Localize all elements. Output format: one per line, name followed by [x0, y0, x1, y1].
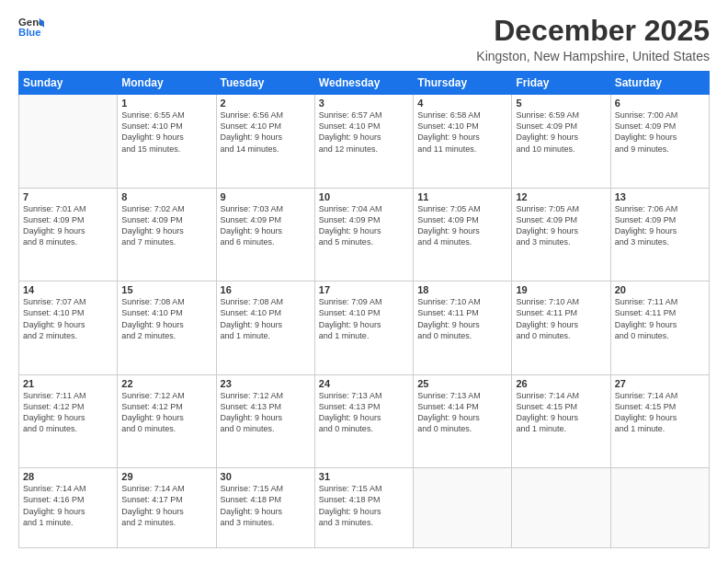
- day-info: Sunrise: 7:14 AMSunset: 4:16 PMDaylight:…: [23, 483, 113, 528]
- table-row: 2Sunrise: 6:56 AMSunset: 4:10 PMDaylight…: [216, 95, 314, 189]
- header-wednesday: Wednesday: [314, 72, 413, 95]
- table-row: 31Sunrise: 7:15 AMSunset: 4:18 PMDayligh…: [314, 468, 413, 548]
- day-info: Sunrise: 6:57 AMSunset: 4:10 PMDaylight:…: [319, 109, 409, 155]
- header: General Blue December 2025 Kingston, New…: [18, 15, 710, 63]
- table-row: 17Sunrise: 7:09 AMSunset: 4:10 PMDayligh…: [314, 282, 413, 375]
- table-row: 3Sunrise: 6:57 AMSunset: 4:10 PMDaylight…: [314, 95, 413, 189]
- day-info: Sunrise: 7:05 AMSunset: 4:09 PMDaylight:…: [516, 203, 606, 248]
- day-info: Sunrise: 7:10 AMSunset: 4:11 PMDaylight:…: [516, 296, 606, 341]
- day-number: 28: [23, 471, 113, 482]
- logo-icon: General Blue: [18, 15, 44, 40]
- day-number: 3: [319, 98, 409, 109]
- calendar-table: Sunday Monday Tuesday Wednesday Thursday…: [18, 71, 710, 548]
- table-row: 6Sunrise: 7:00 AMSunset: 4:09 PMDaylight…: [610, 95, 709, 189]
- table-row: 22Sunrise: 7:12 AMSunset: 4:12 PMDayligh…: [118, 374, 216, 468]
- header-saturday: Saturday: [610, 72, 709, 95]
- day-number: 26: [516, 378, 606, 389]
- table-row: 25Sunrise: 7:13 AMSunset: 4:14 PMDayligh…: [414, 374, 512, 468]
- header-friday: Friday: [512, 72, 610, 95]
- day-info: Sunrise: 7:15 AMSunset: 4:18 PMDaylight:…: [319, 483, 409, 528]
- location: Kingston, New Hampshire, United States: [476, 49, 710, 63]
- table-row: [414, 468, 512, 548]
- day-info: Sunrise: 7:15 AMSunset: 4:18 PMDaylight:…: [221, 483, 311, 528]
- day-info: Sunrise: 7:10 AMSunset: 4:11 PMDaylight:…: [417, 296, 507, 341]
- table-row: 7Sunrise: 7:01 AMSunset: 4:09 PMDaylight…: [19, 188, 118, 282]
- svg-text:Blue: Blue: [18, 27, 41, 38]
- table-row: 12Sunrise: 7:05 AMSunset: 4:09 PMDayligh…: [512, 188, 610, 282]
- day-number: 17: [319, 284, 409, 295]
- day-number: 2: [221, 98, 311, 109]
- day-info: Sunrise: 7:13 AMSunset: 4:13 PMDaylight:…: [319, 390, 409, 435]
- table-row: 26Sunrise: 7:14 AMSunset: 4:15 PMDayligh…: [512, 374, 610, 468]
- table-row: 4Sunrise: 6:58 AMSunset: 4:10 PMDaylight…: [414, 95, 512, 189]
- title-block: December 2025 Kingston, New Hampshire, U…: [476, 15, 710, 63]
- table-row: [512, 468, 610, 548]
- table-row: 21Sunrise: 7:11 AMSunset: 4:12 PMDayligh…: [19, 374, 118, 468]
- table-row: 28Sunrise: 7:14 AMSunset: 4:16 PMDayligh…: [19, 468, 118, 548]
- table-row: [610, 468, 709, 548]
- table-row: 24Sunrise: 7:13 AMSunset: 4:13 PMDayligh…: [314, 374, 413, 468]
- day-number: 10: [319, 191, 409, 202]
- table-row: 14Sunrise: 7:07 AMSunset: 4:10 PMDayligh…: [19, 282, 118, 375]
- logo: General Blue: [18, 15, 44, 40]
- day-info: Sunrise: 7:14 AMSunset: 4:15 PMDaylight:…: [615, 390, 705, 435]
- day-info: Sunrise: 7:14 AMSunset: 4:17 PMDaylight:…: [121, 483, 211, 528]
- day-info: Sunrise: 6:59 AMSunset: 4:09 PMDaylight:…: [516, 109, 606, 155]
- weekday-header-row: Sunday Monday Tuesday Wednesday Thursday…: [19, 72, 710, 95]
- table-row: 18Sunrise: 7:10 AMSunset: 4:11 PMDayligh…: [414, 282, 512, 375]
- header-thursday: Thursday: [414, 72, 512, 95]
- day-info: Sunrise: 7:12 AMSunset: 4:12 PMDaylight:…: [121, 390, 211, 435]
- day-info: Sunrise: 7:07 AMSunset: 4:10 PMDaylight:…: [23, 296, 113, 341]
- day-info: Sunrise: 7:02 AMSunset: 4:09 PMDaylight:…: [121, 203, 211, 248]
- day-info: Sunrise: 7:14 AMSunset: 4:15 PMDaylight:…: [516, 390, 606, 435]
- day-number: 18: [417, 284, 507, 295]
- day-info: Sunrise: 6:58 AMSunset: 4:10 PMDaylight:…: [417, 109, 507, 155]
- page: General Blue December 2025 Kingston, New…: [0, 0, 728, 563]
- table-row: 15Sunrise: 7:08 AMSunset: 4:10 PMDayligh…: [118, 282, 216, 375]
- day-info: Sunrise: 7:11 AMSunset: 4:12 PMDaylight:…: [23, 390, 113, 435]
- table-row: 13Sunrise: 7:06 AMSunset: 4:09 PMDayligh…: [610, 188, 709, 282]
- day-number: 12: [516, 191, 606, 202]
- day-number: 24: [319, 378, 409, 389]
- day-number: 11: [417, 191, 507, 202]
- day-number: 13: [615, 191, 705, 202]
- table-row: 20Sunrise: 7:11 AMSunset: 4:11 PMDayligh…: [610, 282, 709, 375]
- day-info: Sunrise: 7:03 AMSunset: 4:09 PMDaylight:…: [221, 203, 311, 248]
- day-number: 16: [221, 284, 311, 295]
- day-number: 19: [516, 284, 606, 295]
- day-info: Sunrise: 6:55 AMSunset: 4:10 PMDaylight:…: [121, 109, 211, 155]
- table-row: 29Sunrise: 7:14 AMSunset: 4:17 PMDayligh…: [118, 468, 216, 548]
- day-number: 30: [221, 471, 311, 482]
- day-number: 29: [121, 471, 211, 482]
- day-info: Sunrise: 7:05 AMSunset: 4:09 PMDaylight:…: [417, 203, 507, 248]
- table-row: 27Sunrise: 7:14 AMSunset: 4:15 PMDayligh…: [610, 374, 709, 468]
- day-number: 8: [121, 191, 211, 202]
- header-monday: Monday: [118, 72, 216, 95]
- day-info: Sunrise: 7:12 AMSunset: 4:13 PMDaylight:…: [221, 390, 311, 435]
- day-number: 27: [615, 378, 705, 389]
- day-info: Sunrise: 7:01 AMSunset: 4:09 PMDaylight:…: [23, 203, 113, 248]
- table-row: 8Sunrise: 7:02 AMSunset: 4:09 PMDaylight…: [118, 188, 216, 282]
- day-number: 15: [121, 284, 211, 295]
- day-info: Sunrise: 7:04 AMSunset: 4:09 PMDaylight:…: [319, 203, 409, 248]
- table-row: 1Sunrise: 6:55 AMSunset: 4:10 PMDaylight…: [118, 95, 216, 189]
- day-info: Sunrise: 7:09 AMSunset: 4:10 PMDaylight:…: [319, 296, 409, 341]
- day-number: 7: [23, 191, 113, 202]
- header-tuesday: Tuesday: [216, 72, 314, 95]
- day-number: 1: [121, 98, 211, 109]
- table-row: 16Sunrise: 7:08 AMSunset: 4:10 PMDayligh…: [216, 282, 314, 375]
- day-info: Sunrise: 7:06 AMSunset: 4:09 PMDaylight:…: [615, 203, 705, 248]
- day-number: 22: [121, 378, 211, 389]
- day-number: 5: [516, 98, 606, 109]
- day-number: 4: [417, 98, 507, 109]
- day-info: Sunrise: 7:00 AMSunset: 4:09 PMDaylight:…: [615, 109, 705, 155]
- day-number: 9: [221, 191, 311, 202]
- day-number: 21: [23, 378, 113, 389]
- day-number: 20: [615, 284, 705, 295]
- day-info: Sunrise: 7:13 AMSunset: 4:14 PMDaylight:…: [417, 390, 507, 435]
- table-row: 9Sunrise: 7:03 AMSunset: 4:09 PMDaylight…: [216, 188, 314, 282]
- day-number: 14: [23, 284, 113, 295]
- header-sunday: Sunday: [19, 72, 118, 95]
- day-number: 23: [221, 378, 311, 389]
- table-row: [19, 95, 118, 189]
